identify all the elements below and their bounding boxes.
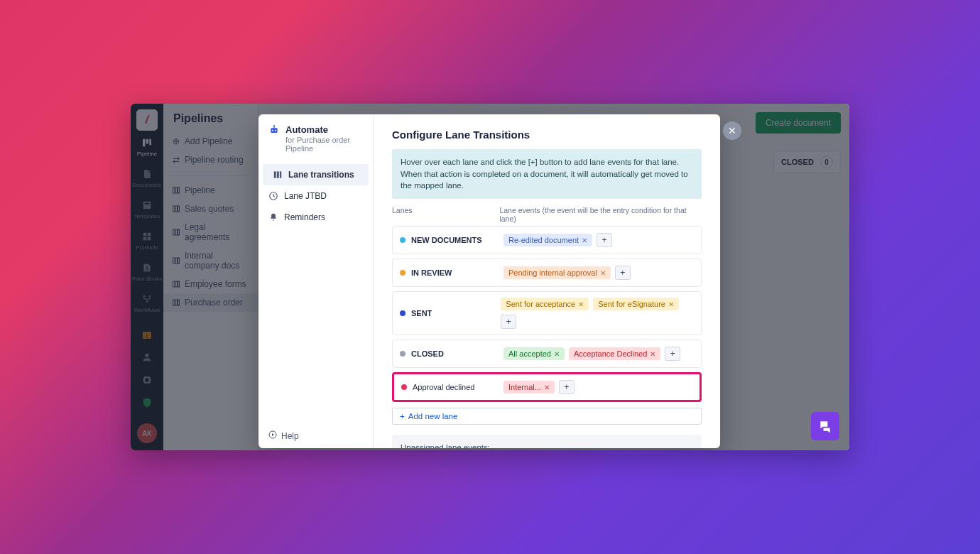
- rail-templates[interactable]: Templates: [131, 193, 163, 224]
- add-lane-label: Add new lane: [408, 412, 458, 420]
- chat-icon: [818, 419, 832, 433]
- rail-label: Workflows: [134, 307, 160, 313]
- lane-dot: [401, 384, 407, 390]
- svg-rect-19: [178, 188, 180, 193]
- svg-rect-28: [178, 258, 180, 264]
- close-icon: ✕: [728, 125, 736, 136]
- pipeline-item[interactable]: Pipeline: [163, 181, 258, 200]
- columns-icon: [172, 228, 180, 237]
- event-tag[interactable]: Sent for eSignature ✕: [593, 298, 679, 310]
- event-tag[interactable]: Internal... ✕: [503, 381, 555, 393]
- add-event-button[interactable]: +: [597, 233, 612, 247]
- rail-users[interactable]: [131, 345, 163, 368]
- pipeline-item-label: Legal agreements: [185, 222, 249, 242]
- rail-settings[interactable]: [131, 368, 163, 391]
- pipeline-item[interactable]: Legal agreements: [163, 218, 258, 246]
- remove-icon[interactable]: ✕: [582, 237, 587, 244]
- svg-rect-26: [173, 258, 175, 264]
- svg-rect-31: [178, 281, 180, 287]
- configure-title: Configure Lane Transitions: [392, 129, 702, 141]
- rail-price-books[interactable]: $Price Books: [131, 256, 163, 287]
- secondary-sidebar: Pipelines ⊕Add Pipeline ⇄Pipeline routin…: [163, 104, 258, 450]
- rail-workflows[interactable]: Workflows: [131, 287, 163, 318]
- create-document-button[interactable]: Create document: [756, 112, 841, 134]
- pipeline-item[interactable]: Purchase order: [163, 293, 258, 312]
- event-tag[interactable]: Pending internal approval ✕: [503, 266, 611, 279]
- lane-dot: [400, 270, 405, 276]
- rail-label: Products: [136, 244, 158, 251]
- columns-icon: [172, 205, 180, 213]
- help-link[interactable]: Help: [258, 423, 373, 448]
- hint-box: Hover over each lane and click the [+] b…: [392, 149, 702, 199]
- svg-rect-23: [173, 229, 175, 235]
- column-label: CLOSED: [781, 158, 814, 166]
- remove-icon[interactable]: ✕: [544, 384, 550, 391]
- pipeline-routing[interactable]: ⇄Pipeline routing: [163, 151, 258, 169]
- chat-fab[interactable]: [811, 412, 839, 440]
- rail-gift[interactable]: [131, 322, 163, 345]
- event-tag[interactable]: Re-edited document ✕: [503, 234, 592, 246]
- modal-nav-item[interactable]: Reminders: [258, 207, 373, 228]
- svg-rect-42: [280, 171, 281, 178]
- rail-products[interactable]: Products: [131, 224, 163, 256]
- rail-pipeline[interactable]: Pipeline: [131, 131, 163, 162]
- rail-documents[interactable]: Documents: [131, 162, 163, 193]
- automate-modal: ✕ Automate for Purchase order Pipeline L…: [258, 114, 720, 448]
- app-window: / PipelineDocumentsTemplatesProducts$Pri…: [131, 104, 849, 450]
- svg-rect-14: [146, 333, 148, 339]
- modal-subtitle: for Purchase order Pipeline: [285, 136, 363, 153]
- pipeline-item[interactable]: Employee forms: [163, 275, 258, 293]
- add-event-button[interactable]: +: [501, 315, 516, 329]
- rail-shield[interactable]: [131, 391, 163, 413]
- svg-rect-18: [175, 188, 178, 193]
- add-event-button[interactable]: +: [665, 347, 680, 361]
- app-logo[interactable]: /: [136, 109, 158, 131]
- add-event-button[interactable]: +: [615, 266, 631, 280]
- svg-point-36: [272, 130, 273, 131]
- pipeline-icon: [141, 137, 153, 148]
- pipeline-item[interactable]: Internal company docs: [163, 246, 258, 275]
- modal-sidebar: Automate for Purchase order Pipeline Lan…: [258, 114, 374, 448]
- add-event-button[interactable]: +: [559, 380, 575, 394]
- svg-rect-27: [175, 258, 178, 264]
- plus-icon: +: [400, 412, 405, 420]
- pipeline-item-label: Internal company docs: [185, 251, 249, 271]
- remove-icon[interactable]: ✕: [578, 300, 584, 308]
- svg-rect-34: [178, 300, 180, 305]
- modal-nav-item[interactable]: Lane transitions: [263, 164, 369, 185]
- column-header[interactable]: CLOSED 0: [773, 151, 841, 173]
- workflows-icon: [141, 293, 153, 305]
- modal-nav-label: Reminders: [284, 212, 325, 222]
- remove-icon[interactable]: ✕: [554, 350, 560, 358]
- svg-rect-35: [271, 128, 277, 133]
- add-pipeline[interactable]: ⊕Add Pipeline: [163, 132, 258, 151]
- avatar[interactable]: AK: [137, 423, 157, 443]
- remove-icon[interactable]: ✕: [650, 350, 655, 358]
- event-tag[interactable]: Acceptance Declined ✕: [569, 347, 660, 360]
- templates-icon: [141, 200, 153, 211]
- svg-rect-8: [148, 237, 151, 241]
- modal-nav-item[interactable]: Lane JTBD: [258, 185, 373, 207]
- svg-rect-17: [173, 188, 175, 193]
- pipeline-item[interactable]: Sales quotes: [163, 200, 258, 218]
- svg-rect-22: [178, 206, 180, 212]
- pipeline-item-label: Purchase order: [185, 298, 243, 308]
- pipeline-item-label: Pipeline: [185, 185, 215, 195]
- add-lane-button[interactable]: + Add new lane: [392, 408, 702, 425]
- lane-name: SENT: [411, 309, 432, 317]
- lane-row: IN REVIEWPending internal approval ✕+: [392, 259, 702, 287]
- secondary-title: Pipelines: [163, 112, 258, 132]
- lane-row: SENTSent for acceptance ✕Sent for eSigna…: [392, 291, 702, 335]
- event-tag[interactable]: Sent for acceptance ✕: [501, 298, 589, 310]
- svg-rect-25: [178, 229, 180, 235]
- play-icon: [268, 430, 277, 441]
- lane-dot: [400, 351, 405, 357]
- rail-label: Price Books: [132, 276, 163, 282]
- event-tag[interactable]: All accepted ✕: [503, 347, 565, 360]
- routing-label: Pipeline routing: [185, 155, 244, 165]
- svg-rect-24: [175, 229, 178, 235]
- svg-rect-0: [143, 139, 145, 147]
- remove-icon[interactable]: ✕: [600, 269, 606, 277]
- close-button[interactable]: ✕: [723, 121, 741, 140]
- remove-icon[interactable]: ✕: [668, 300, 674, 308]
